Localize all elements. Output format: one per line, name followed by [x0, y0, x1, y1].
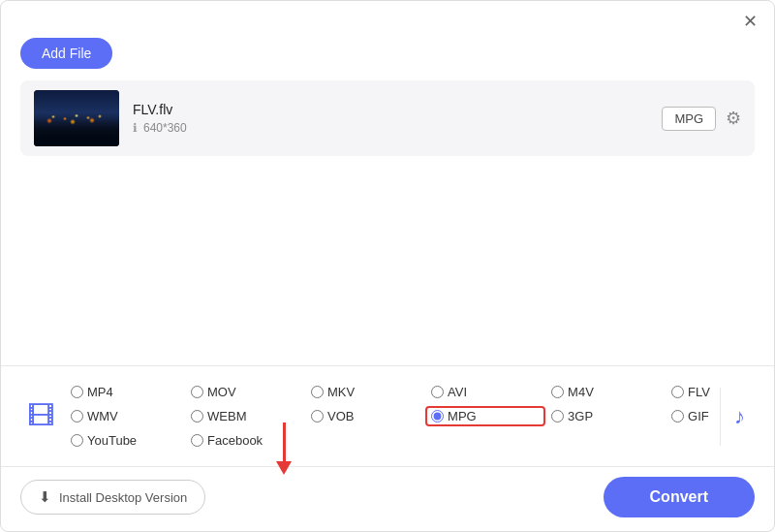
- install-desktop-button[interactable]: ⬇ Install Desktop Version: [20, 480, 205, 515]
- format-label-youtube: YouTube: [87, 433, 137, 448]
- music-icon: ♪: [734, 404, 745, 429]
- format-option-mpg[interactable]: MPG: [425, 406, 545, 426]
- video-icon: 🎞: [27, 400, 54, 432]
- info-icon: ℹ: [133, 121, 138, 135]
- format-radio-webm[interactable]: [191, 410, 203, 422]
- format-radio-3gp[interactable]: [551, 410, 564, 422]
- format-grid: MP4 MOV MKV AVI M4V: [65, 376, 716, 456]
- format-option-avi[interactable]: AVI: [425, 382, 545, 402]
- format-label-wmv: WMV: [87, 409, 118, 423]
- convert-button[interactable]: Convert: [604, 477, 755, 517]
- format-option-webm[interactable]: WEBM: [185, 406, 305, 426]
- format-label-m4v: M4V: [568, 385, 594, 399]
- format-option-mp4[interactable]: MP4: [65, 382, 185, 402]
- music-format-icon-area[interactable]: ♪: [720, 388, 759, 446]
- format-radio-youtube[interactable]: [71, 434, 83, 447]
- file-name: FLV.flv: [133, 102, 648, 117]
- close-button[interactable]: ✕: [741, 13, 759, 30]
- format-option-gif[interactable]: GIF: [666, 406, 716, 426]
- app-window: ✕ Add File FLV.flv ℹ 640*360 MPG ⚙: [0, 0, 775, 532]
- file-list: FLV.flv ℹ 640*360 MPG ⚙: [1, 80, 774, 365]
- format-label-avi: AVI: [448, 385, 467, 399]
- format-label-gif: GIF: [688, 409, 709, 423]
- format-option-mkv[interactable]: MKV: [305, 382, 425, 402]
- format-radio-vob[interactable]: [311, 410, 324, 422]
- file-actions: MPG ⚙: [662, 107, 741, 131]
- file-resolution: 640*360: [143, 121, 187, 135]
- settings-icon[interactable]: ⚙: [726, 108, 741, 129]
- download-icon: ⬇: [39, 488, 51, 506]
- format-radio-mov[interactable]: [191, 386, 203, 398]
- format-label-webm: WEBM: [207, 409, 246, 423]
- install-label: Install Desktop Version: [59, 490, 187, 505]
- format-label-3gp: 3GP: [568, 409, 593, 423]
- format-label-facebook: Facebook: [207, 433, 263, 448]
- format-radio-m4v[interactable]: [551, 386, 564, 398]
- format-selector: 🎞 MP4 MOV MKV AVI: [1, 366, 774, 466]
- bottom-action: ⬇ Install Desktop Version Convert: [1, 466, 774, 531]
- format-label-vob: VOB: [327, 409, 354, 423]
- format-option-youtube[interactable]: YouTube: [65, 430, 185, 451]
- format-option-3gp[interactable]: 3GP: [545, 406, 666, 426]
- format-label-flv: FLV: [688, 385, 710, 399]
- format-radio-facebook[interactable]: [191, 434, 203, 447]
- format-radio-wmv[interactable]: [71, 410, 83, 422]
- bottom-panel: 🎞 MP4 MOV MKV AVI: [1, 365, 774, 531]
- format-option-wmv[interactable]: WMV: [65, 406, 185, 426]
- add-file-button[interactable]: Add File: [20, 38, 112, 69]
- format-label-mov: MOV: [207, 385, 236, 399]
- format-radio-mkv[interactable]: [311, 386, 324, 398]
- title-bar: ✕: [1, 1, 774, 38]
- format-option-m4v[interactable]: M4V: [545, 382, 666, 402]
- format-radio-avi[interactable]: [431, 386, 444, 398]
- file-meta: ℹ 640*360: [133, 121, 648, 135]
- file-thumbnail: [34, 90, 119, 146]
- format-option-flv[interactable]: FLV: [666, 382, 716, 402]
- file-info: FLV.flv ℹ 640*360: [133, 102, 648, 135]
- format-label-mpg: MPG: [448, 409, 477, 423]
- format-radio-flv[interactable]: [671, 386, 684, 398]
- toolbar: Add File: [1, 38, 774, 80]
- format-radio-mp4[interactable]: [71, 386, 83, 398]
- format-label-mp4: MP4: [87, 385, 113, 399]
- format-radio-gif[interactable]: [671, 410, 684, 422]
- video-format-icon-area[interactable]: 🎞: [16, 388, 65, 446]
- format-option-vob[interactable]: VOB: [305, 406, 425, 426]
- format-option-mov[interactable]: MOV: [185, 382, 305, 402]
- format-option-facebook[interactable]: Facebook: [185, 430, 305, 451]
- file-item: FLV.flv ℹ 640*360 MPG ⚙: [20, 80, 755, 156]
- format-radio-mpg[interactable]: [431, 410, 444, 422]
- format-label-mkv: MKV: [327, 385, 355, 399]
- format-badge[interactable]: MPG: [662, 107, 716, 131]
